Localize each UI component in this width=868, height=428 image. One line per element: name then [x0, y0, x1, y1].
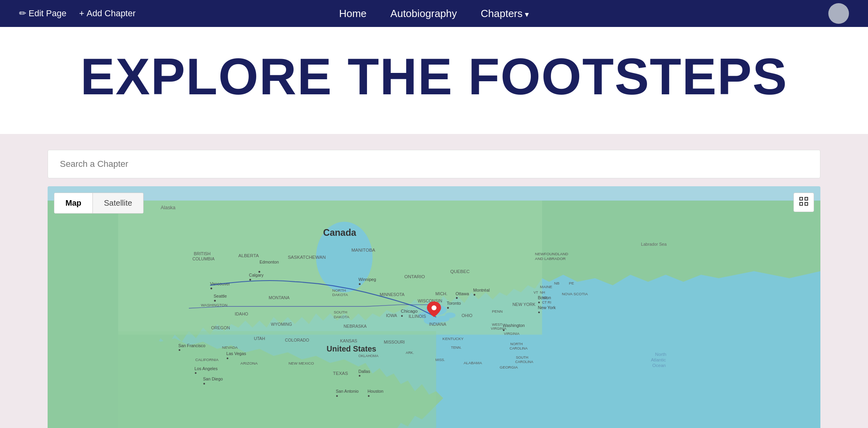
svg-text:ALBERTA: ALBERTA	[238, 253, 259, 258]
nav-chapters-label: Chapters	[481, 8, 523, 20]
svg-text:NORTH: NORTH	[332, 288, 346, 292]
svg-text:●: ●	[178, 348, 181, 352]
svg-text:●: ●	[503, 328, 505, 332]
hero-section: EXPLORE THE FOOTSTEPS	[0, 27, 868, 134]
content-area: Map Satellite	[0, 134, 868, 428]
svg-text:NORTH: NORTH	[510, 342, 522, 346]
svg-text:Los Angeles: Los Angeles	[194, 366, 217, 371]
avatar[interactable]	[828, 3, 849, 24]
svg-rect-9	[118, 331, 436, 428]
svg-text:●: ●	[194, 371, 197, 375]
map-toggle-map[interactable]: Map	[54, 193, 93, 213]
nav-center: Home Autobiography Chapters	[339, 8, 529, 20]
svg-text:MICH.: MICH.	[436, 291, 447, 296]
svg-text:COLUMBIA: COLUMBIA	[192, 256, 215, 261]
map-svg: Alaska Canada ALBERTA BRITISH COLUMBIA S…	[48, 186, 820, 428]
svg-text:CAROLINA: CAROLINA	[510, 346, 528, 350]
edit-page-button[interactable]: ✏ Edit Page	[19, 8, 66, 19]
svg-text:KENTUCKY: KENTUCKY	[442, 336, 464, 341]
svg-text:TENN.: TENN.	[451, 346, 462, 350]
svg-text:GEORGIA: GEORGIA	[500, 365, 518, 369]
svg-text:PE: PE	[569, 281, 574, 285]
map-toggle: Map Satellite	[54, 193, 144, 214]
svg-text:San Diego: San Diego	[203, 376, 223, 381]
svg-text:●: ●	[336, 394, 338, 398]
svg-text:MISSOURI: MISSOURI	[384, 340, 405, 344]
svg-text:QUEBEC: QUEBEC	[450, 269, 470, 274]
svg-text:Atlantic: Atlantic	[651, 357, 666, 362]
svg-text:COLORADO: COLORADO	[285, 338, 309, 342]
svg-text:●: ●	[455, 295, 458, 300]
svg-text:MA: MA	[542, 296, 547, 300]
svg-text:Houston: Houston	[368, 389, 384, 394]
svg-text:WASHINGTON: WASHINGTON	[201, 303, 227, 307]
map-fullscreen-button[interactable]	[793, 193, 814, 212]
svg-text:SOUTH: SOUTH	[516, 355, 528, 359]
svg-text:NOVA SCOTIA: NOVA SCOTIA	[562, 292, 588, 296]
svg-text:Winnipeg: Winnipeg	[358, 277, 376, 282]
svg-text:Alaska: Alaska	[161, 205, 175, 210]
search-input[interactable]	[48, 150, 820, 178]
map-toggle-satellite[interactable]: Satellite	[93, 193, 143, 213]
svg-text:WISCONSIN: WISCONSIN	[418, 298, 442, 303]
navbar: ✏ Edit Page + Add Chapter Home Autobiogr…	[0, 0, 868, 27]
svg-text:WYOMING: WYOMING	[271, 322, 292, 327]
svg-text:NEW MEXICO: NEW MEXICO	[288, 361, 314, 365]
map-container: Map Satellite	[48, 186, 820, 428]
svg-text:VIRGINIA: VIRGINIA	[504, 332, 519, 336]
svg-text:●: ●	[538, 310, 540, 314]
edit-page-label: Edit Page	[29, 8, 66, 19]
svg-text:NH: NH	[540, 290, 545, 294]
nav-autobiography-link[interactable]: Autobiography	[390, 8, 457, 20]
svg-text:SASKATCHEWAN: SASKATCHEWAN	[288, 255, 326, 260]
svg-text:Canada: Canada	[323, 227, 357, 238]
svg-text:DAKOTA: DAKOTA	[332, 292, 348, 297]
svg-text:CT RI: CT RI	[542, 300, 551, 304]
svg-text:MONTANA: MONTANA	[269, 295, 290, 300]
svg-text:Chicago: Chicago	[401, 309, 417, 313]
svg-text:SOUTH: SOUTH	[334, 310, 347, 314]
svg-text:●: ●	[358, 281, 361, 286]
svg-text:●: ●	[401, 313, 403, 318]
svg-text:●: ●	[213, 298, 216, 303]
svg-text:NEBRASKA: NEBRASKA	[344, 324, 367, 329]
svg-text:●: ●	[538, 300, 540, 304]
svg-text:MINNESOTA: MINNESOTA	[380, 292, 405, 297]
svg-point-14	[445, 312, 456, 318]
svg-text:IDAHO: IDAHO	[235, 311, 248, 316]
nav-home-link[interactable]: Home	[339, 8, 367, 20]
svg-text:ARK.: ARK.	[406, 351, 414, 355]
svg-text:MANITOBA: MANITOBA	[351, 248, 375, 252]
svg-text:●: ●	[210, 286, 213, 290]
svg-text:North: North	[655, 352, 666, 357]
svg-text:Edmonton: Edmonton	[259, 260, 279, 264]
add-chapter-button[interactable]: + Add Chapter	[79, 8, 135, 19]
svg-rect-0	[800, 197, 803, 200]
svg-point-120	[432, 306, 436, 310]
svg-text:Washington: Washington	[503, 323, 525, 328]
nav-left: ✏ Edit Page + Add Chapter	[19, 8, 136, 19]
svg-text:OHIO: OHIO	[461, 313, 472, 318]
svg-text:●: ●	[473, 292, 476, 297]
svg-text:NEW YORK: NEW YORK	[513, 302, 536, 307]
svg-text:New York: New York	[538, 305, 556, 310]
svg-text:ALABAMA: ALABAMA	[464, 361, 482, 365]
svg-text:DAKOTA: DAKOTA	[334, 315, 350, 319]
svg-text:United States: United States	[326, 344, 376, 353]
hero-title: EXPLORE THE FOOTSTEPS	[0, 51, 868, 102]
plus-icon: +	[79, 8, 84, 19]
svg-text:ILLINOIS: ILLINOIS	[409, 314, 426, 319]
svg-text:CAROLINA: CAROLINA	[515, 360, 534, 364]
add-chapter-label: Add Chapter	[86, 8, 136, 19]
svg-text:San Antonio: San Antonio	[336, 389, 359, 394]
svg-text:Las Vegas: Las Vegas	[226, 351, 246, 356]
svg-text:KANSAS: KANSAS	[340, 338, 357, 343]
svg-text:NEVADA: NEVADA	[222, 345, 238, 350]
nav-chapters-dropdown[interactable]: Chapters	[481, 8, 529, 20]
svg-text:UTAH: UTAH	[254, 336, 265, 341]
svg-text:MAINE: MAINE	[540, 285, 552, 289]
svg-text:NEWFOUNDLAND: NEWFOUNDLAND	[535, 252, 568, 256]
svg-rect-2	[800, 203, 803, 205]
svg-text:San Francisco: San Francisco	[178, 343, 205, 348]
svg-text:●: ●	[226, 356, 229, 360]
